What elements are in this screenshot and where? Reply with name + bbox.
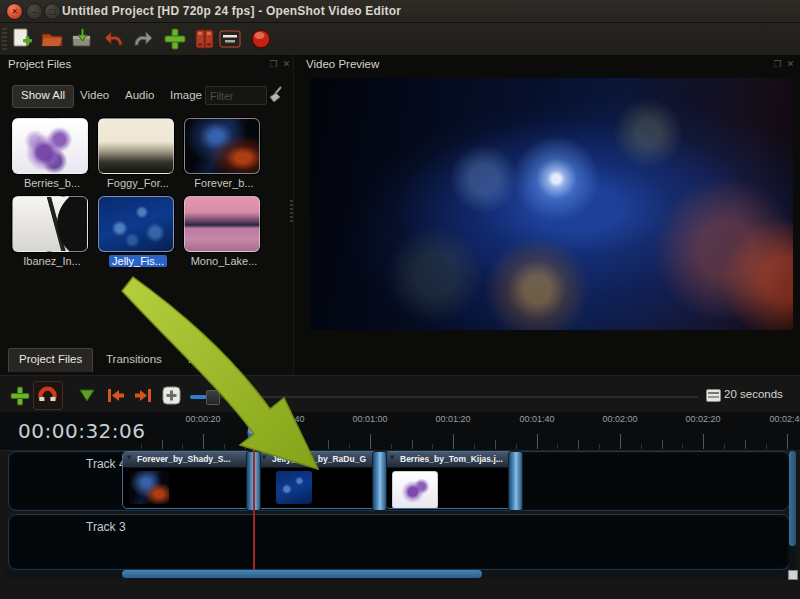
file-label: Foggy_For... [98,177,178,189]
filter-tab-image[interactable]: Image [162,85,210,106]
ruler-tick [703,434,704,449]
export-video-button[interactable] [249,27,273,51]
add-media-button[interactable] [163,27,187,51]
clip-thumbnail [392,471,438,509]
transition-bar[interactable] [508,451,523,511]
ruler-tick [620,434,621,449]
ruler-label: 00:01:40 [519,414,554,424]
vertical-scrollbar[interactable] [789,451,796,569]
ruler-tick [224,444,225,449]
add-transition-button[interactable] [193,27,217,51]
add-media-icon [163,27,187,51]
redo-button[interactable] [130,27,154,51]
ruler-tick [453,434,454,449]
zoom-button[interactable] [162,386,186,410]
filter-tab-show-all[interactable]: Show All [12,85,74,108]
file-label: Berries_b... [12,177,92,189]
file-item[interactable]: Foggy_For... [98,118,178,189]
tab-effects[interactable]: Effects [178,348,233,370]
add-title-icon [218,27,242,51]
add-track-icon [8,384,32,408]
file-item-selected[interactable]: Jelly_Fis... [98,196,178,267]
tab-project-files[interactable]: Project Files [8,348,93,372]
open-project-button[interactable] [40,27,64,51]
file-item[interactable]: Berries_b... [12,118,92,189]
new-project-button[interactable] [10,27,34,51]
project-files-title: Project Files [8,58,71,70]
file-thumbnail-mono [184,196,260,252]
ruler-label: 00:00:20 [185,414,220,424]
ruler-label: 00:02:00 [602,414,637,424]
ruler-tick [578,440,579,449]
panel-float-icon[interactable]: ❐ [268,59,279,69]
panel-close-icon[interactable]: ✕ [785,59,796,69]
resize-grip[interactable] [788,570,798,580]
ruler-tick [495,440,496,449]
clip-thumbnail [276,471,312,504]
file-item[interactable]: Forever_b... [184,118,264,189]
undo-icon [103,27,127,51]
export-video-icon [249,27,273,51]
toolbar-drag-handle[interactable] [2,28,7,50]
import-files-button[interactable] [70,27,94,51]
transition-bar[interactable] [372,451,387,511]
ruler-tick [474,444,475,449]
next-marker-button[interactable] [131,384,155,408]
panel-close-icon[interactable]: ✕ [281,59,292,69]
window-minimize-button[interactable]: – [26,3,43,20]
add-track-button[interactable] [8,384,32,408]
ruler-tick [328,440,329,449]
file-thumbnail-forever [184,118,260,174]
clip-label: Jelly_Fish_by_RaDu_G [258,452,380,468]
next-marker-icon [131,384,155,408]
clip-label: Berries_by_Tom_Kijas.j... [386,452,522,468]
clip-berries[interactable]: Berries_by_Tom_Kijas.j... ▼ [385,451,523,509]
zoom-slider-track[interactable] [190,396,698,398]
clear-filter-button[interactable] [266,85,286,109]
window-title: Untitled Project [HD 720p 24 fps] - Open… [62,4,401,18]
ruler-tick [599,444,600,449]
file-item[interactable]: Ibanez_In... [12,196,92,267]
ruler-tick [557,444,558,449]
ruler-tick [724,444,725,449]
chevron-down-icon[interactable]: ▼ [125,453,133,462]
panel-float-icon[interactable]: ❐ [772,59,783,69]
titlebar: ✕ – ▢ Untitled Project [HD 720p 24 fps] … [0,0,800,23]
chevron-down-icon[interactable]: ▼ [260,453,268,462]
window-maximize-button[interactable]: ▢ [44,3,61,20]
previous-marker-button[interactable] [104,384,128,408]
undo-button[interactable] [103,27,127,51]
filter-tab-video[interactable]: Video [72,85,117,106]
video-frame-jellyfish [310,78,793,330]
zoom-slider-fill [190,395,207,399]
add-title-button[interactable] [218,27,242,51]
filter-tab-audio[interactable]: Audio [117,85,162,106]
snapping-toggle-button[interactable] [33,381,63,410]
video-viewport [310,78,793,330]
ruler-label: 00:00:40 [269,414,304,424]
filter-input[interactable] [205,86,267,105]
track-4-label: Track 4 [86,457,126,471]
file-label: Mono_Lake... [184,255,264,267]
track-3-label: Track 3 [86,520,126,534]
ruler-tick [516,444,517,449]
vertical-scrollbar-thumb[interactable] [789,451,796,546]
horizontal-scrollbar[interactable] [5,570,788,578]
clip-jellyfish[interactable]: Jelly_Fish_by_RaDu_G ▼ [257,451,381,509]
file-thumbnail-foggy [98,118,174,174]
chevron-down-icon[interactable]: ▼ [388,453,396,462]
window-close-button[interactable]: ✕ [6,3,23,20]
ruler-label: 00:02:40 [769,414,800,424]
ruler-tick [641,444,642,449]
add-marker-button[interactable] [76,387,100,411]
clip-forever[interactable]: Forever_by_Shady_S... ▼ [122,451,253,509]
ruler-tick [141,444,142,449]
horizontal-scrollbar-thumb[interactable] [122,570,482,578]
file-item[interactable]: Mono_Lake... [184,196,264,267]
zoom-slider-handle[interactable] [206,390,220,405]
import-files-icon [70,27,94,51]
track-3: Track 3 [8,514,790,570]
ruler-tick [162,440,163,449]
zoom-icon [162,386,182,406]
tab-transitions[interactable]: Transitions [96,348,172,370]
